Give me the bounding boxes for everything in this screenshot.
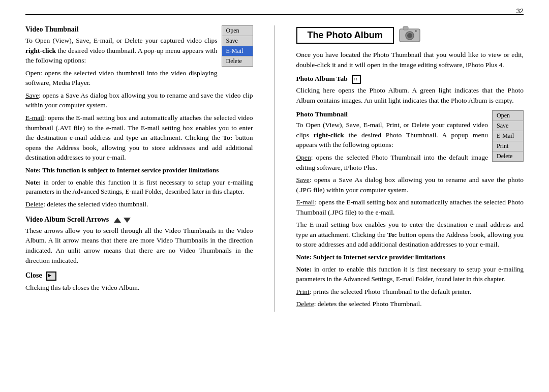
svg-point-2: [407, 33, 412, 38]
right-column: The Photo Album Once you have located th…: [296, 25, 524, 312]
photo-email-line: E-mail: opens the E-mail setting box and…: [296, 197, 524, 217]
email-line: E-mail: opens the E-mail setting box and…: [25, 113, 253, 163]
page-number: 32: [516, 7, 524, 15]
top-border: [25, 14, 524, 15]
column-divider: [274, 25, 275, 312]
photo-album-tab-section: Photo Album Tab Clicking here opens the …: [296, 75, 524, 105]
menu-item-save-2[interactable]: Save: [493, 121, 523, 131]
photo-print-line: Print: prints the selected Photo Thumbna…: [296, 287, 524, 297]
photo-album-intro: Once you have located the Photo Thumbnai…: [296, 50, 524, 70]
video-album-scroll-para: These arrows allow you to scroll through…: [25, 226, 253, 265]
svg-point-4: [415, 30, 417, 32]
photo-note-bold: Note: Subject to Internet service provid…: [296, 252, 524, 262]
menu-item-delete[interactable]: Delete: [222, 56, 253, 66]
open-line: Open: opens the selected video thumbnail…: [25, 68, 253, 88]
menu-item-email[interactable]: E-Mail: [222, 46, 253, 56]
note-rest-line: Note: in order to enable this function i…: [25, 178, 253, 197]
photo-email-line2: The E-mail setting box enables you to en…: [296, 220, 524, 250]
photo-note-rest: Note: in order to enable this function i…: [296, 265, 524, 284]
context-menu-1: Open Save E-Mail Delete: [222, 25, 253, 67]
camera-icon: [399, 25, 420, 45]
video-thumbnail-title: Video Thumbnail: [25, 25, 253, 34]
photo-album-tab-icon: [352, 75, 361, 84]
menu-item-delete-2[interactable]: Delete: [493, 152, 523, 161]
save-line: Save: opens a Save As dialog box allowin…: [25, 91, 253, 110]
menu-item-save[interactable]: Save: [222, 36, 253, 46]
menu-item-email-2[interactable]: E-Mail: [493, 131, 523, 141]
close-section: Close Clicking this tab closes the Video…: [25, 272, 253, 293]
photo-album-tab-title: Photo Album Tab: [296, 75, 524, 84]
video-thumbnail-para1: To Open (View), Save, E-mail, or Delete …: [25, 36, 253, 66]
menu-item-open[interactable]: Open: [222, 26, 253, 36]
close-tab-icon: [46, 272, 56, 281]
left-column: Open Save E-Mail Delete Video Thumbnail …: [25, 25, 253, 312]
menu-item-print-2[interactable]: Print: [493, 141, 523, 152]
content-area: Open Save E-Mail Delete Video Thumbnail …: [25, 25, 524, 312]
video-album-scroll-title: Video Album Scroll Arrows: [25, 216, 253, 224]
photo-album-header: The Photo Album: [296, 25, 524, 45]
photo-open-line: Open: opens the selected Photo Thumbnail…: [296, 153, 524, 172]
photo-album-title-box: The Photo Album: [296, 27, 394, 44]
photo-save-line: Save: opens a Save As dialog box allowin…: [296, 175, 524, 195]
photo-delete-line: Delete: deletes the selected Photo Thumb…: [296, 299, 524, 309]
close-title: Close: [25, 272, 253, 281]
arrow-up-icon: [114, 218, 121, 223]
context-menu-2: Open Save E-Mail Print Delete: [492, 110, 524, 162]
svg-rect-3: [403, 26, 408, 30]
menu-item-open-2[interactable]: Open: [493, 111, 523, 121]
close-para: Clicking this tab closes the Video Album…: [25, 283, 253, 293]
delete-line: Delete: deletes the selected video thumb…: [25, 199, 253, 209]
photo-thumbnail-para1: To Open (View), Save, E-mail, Print, or …: [296, 120, 524, 150]
photo-thumbnail-section: Open Save E-Mail Print Delete Photo Thum…: [296, 110, 524, 309]
video-album-scroll-section: Video Album Scroll Arrows These arrows a…: [25, 216, 253, 265]
page-container: 32 Open Save E-Mail Delete Video Thumbna…: [0, 0, 549, 392]
arrow-down-icon: [124, 218, 131, 223]
photo-thumbnail-title: Photo Thumbnail: [296, 110, 524, 118]
note-bold-line: Note: This function is subject to Intern…: [25, 165, 253, 175]
video-thumbnail-section: Open Save E-Mail Delete Video Thumbnail …: [25, 25, 253, 209]
photo-album-tab-para: Clicking here opens the Photo Album. A g…: [296, 85, 524, 105]
